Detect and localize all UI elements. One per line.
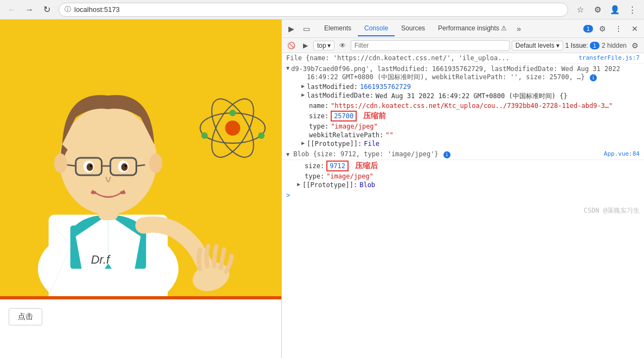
console-line-blob: ▼ Blob {size: 9712, type: 'image/jpeg'} … [282,149,644,160]
forward-button[interactable]: → [22,2,37,17]
inspect-element-button[interactable]: ▶ [284,22,298,36]
expand-triangle[interactable]: ▼ [286,65,289,71]
watermark-container: CSDN @落魄实习生 [282,201,644,218]
prop-size-val-2: 9712 [330,162,345,170]
toolbar-right: ☆ ⚙ 👤 ⋮ [572,2,640,17]
svg-point-21 [125,165,127,167]
devtools-panel: ▶ ▭ Elements Console Sources Performance… [282,20,644,358]
prop-name-val: "https://cdn.koatect.css.net/Ktc_uploa/c… [331,102,613,110]
devtools-left-icons: ▶ ▭ [284,22,318,36]
console-line-file-ref: File {name: 'https://cdn.koatect.css.net… [282,53,644,63]
tab-performance[interactable]: Performance insights ⚠ [432,21,513,36]
prompt-arrow[interactable]: > [286,191,290,199]
info-icon-2[interactable]: i [443,151,450,158]
info-icon-1[interactable]: i [590,74,597,81]
prop-type-val-2: "image/jpeg" [326,172,373,180]
file-ref-link-2[interactable]: App.vue:84 [604,150,640,157]
prop-type-key-1: type: [309,123,329,130]
svg-point-8 [60,106,157,215]
blob-label: Blob {size: 9712, type: 'image/jpeg'} [293,150,442,158]
prop-lastmodifieddate: ▶ lastModifiedDate: Wed Aug 31 2022 16:4… [286,91,640,101]
bookmark-button[interactable]: ☆ [572,2,588,17]
click-button-area: 点击 [0,299,281,334]
prop-size-1: size: 25700 压缩前 [286,110,640,122]
devtools-close-button[interactable]: ✕ [628,22,642,36]
prop-type-2: type: "image/jpeg" [282,172,644,181]
console-toolbar: 🚫 ▶ top ▾ 👁 Default levels ▾ 1 Issue: 1 … [282,38,644,53]
prop-prototype-2: ▶ [[Prototype]]: Blob [282,181,644,189]
webpage-panel: Dr.f [0,20,282,358]
extensions-button[interactable]: ⚙ [590,2,605,17]
filter-input[interactable] [351,40,510,51]
svg-point-22 [91,191,96,194]
lock-icon: ⓘ [65,5,71,14]
nav-buttons: ← → ↻ [4,2,54,17]
console-settings-button[interactable]: ⚙ [629,40,641,52]
prop-lastmodified: ▶ lastModified: 1661935762729 [286,82,640,91]
tab-sources[interactable]: Sources [395,21,432,36]
url-text: localhost:5173 [74,5,120,14]
prop-lastmodified-val: 1661935762729 [360,83,411,91]
prop-type-1: type: "image/jpeg" [286,122,640,131]
prop-prototype-val-1: File [364,140,379,148]
more-tabs-button[interactable]: » [513,22,524,35]
context-label: top [317,42,326,49]
annotation-before-label: 压缩前 [363,111,386,121]
console-prompt: > [282,189,644,201]
default-levels-selector[interactable]: Default levels ▾ [512,41,563,50]
hidden-label: 2 hidden [602,42,627,49]
prop-name-key: name: [309,102,329,110]
prop-lastmodifieddate-val: Wed Aug 31 2022 16:49:22 GMT+0800 (中国标准时… [376,92,568,101]
svg-point-9 [54,154,67,173]
prop-size-2: size: 9712 压缩后 [282,160,644,172]
svg-point-31 [201,132,208,139]
image-container: Dr.f [0,20,281,296]
console-output: File {name: 'https://cdn.koatect.css.net… [282,53,644,358]
device-toolbar-button[interactable]: ▭ [299,22,313,36]
annotation-after-label: 压缩后 [355,161,378,171]
size-highlight-box-2: 9712 [326,161,349,171]
file-ref-text: File {name: 'https://cdn.koatect.css.net… [286,54,576,62]
issues-badge: 1 [583,25,593,33]
eye-button[interactable]: 👁 [337,40,349,52]
expand-triangle-lm[interactable]: ▶ [301,83,305,89]
context-selector[interactable]: top ▾ [313,41,334,50]
prop-type-val-1: "image/jpeg" [331,123,378,130]
expand-triangle-proto2[interactable]: ▶ [297,181,300,187]
svg-point-30 [258,132,265,139]
dr-character-svg: Dr.f [0,20,281,296]
svg-point-20 [90,165,92,167]
prop-prototype-key-1: [[Prototype]]: [307,140,362,148]
devtools-tabs: ▶ ▭ Elements Console Sources Performance… [282,20,644,38]
watermark: CSDN @落魄实习生 [584,206,640,215]
reload-button[interactable]: ↻ [39,2,54,17]
console-clear-button[interactable]: 🚫 [285,40,297,52]
console-filter-button[interactable]: ▶ [299,40,311,52]
prop-webkit-val: "" [385,131,393,139]
file-object-header[interactable]: ▼ d9-39b7caed0f96.png', lastModified: 16… [286,65,640,82]
file-object-group: ▼ d9-39b7caed0f96.png', lastModified: 16… [282,63,644,149]
tab-console[interactable]: Console [358,21,395,36]
prop-size-key-1: size: [309,112,329,120]
prop-prototype-1: ▶ [[Prototype]]: File [286,139,640,148]
prop-name: name: "https://cdn.koatect.css.net/Ktc_u… [286,101,640,110]
devtools-more-button[interactable]: ⋮ [611,22,626,36]
context-arrow: ▾ [327,42,331,49]
prop-prototype-key-2: [[Prototype]]: [302,181,357,189]
svg-point-23 [120,191,126,194]
svg-point-19 [121,163,128,171]
default-levels-arrow: ▾ [556,42,559,49]
click-button[interactable]: 点击 [9,308,42,325]
file-object-label: d9-39b7caed0f96.png', lastModified: 1661… [291,65,620,82]
expand-triangle-proto1[interactable]: ▶ [301,140,305,146]
profile-button[interactable]: 👤 [607,2,622,17]
tab-elements[interactable]: Elements [318,21,358,36]
address-bar[interactable]: ⓘ localhost:5173 [59,3,568,17]
file-ref-link-1[interactable]: transferFile.js:7 [578,54,640,61]
devtools-settings-button[interactable]: ⚙ [595,22,609,36]
back-button[interactable]: ← [4,2,20,17]
expand-triangle-blob[interactable]: ▼ [286,151,289,157]
menu-button[interactable]: ⋮ [624,2,640,17]
expand-triangle-lmd[interactable]: ▶ [301,92,305,98]
prop-webkit: webkitRelativePath: "" [286,131,640,139]
